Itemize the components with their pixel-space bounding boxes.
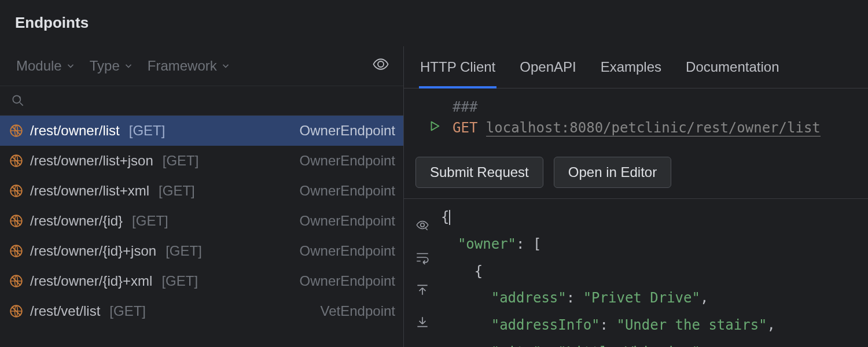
endpoint-row[interactable]: /rest/owner/list+xml [GET] OwnerEndpoint (0, 176, 403, 206)
http-method: GET (453, 120, 477, 136)
endpoint-path: /rest/owner/list+xml (30, 183, 149, 199)
endpoint-icon (8, 123, 24, 139)
endpoint-method: [GET] (159, 183, 195, 199)
endpoint-path: /rest/vet/list (30, 303, 100, 319)
endpoint-class: OwnerEndpoint (300, 213, 395, 229)
play-icon (428, 120, 441, 132)
chevron-down-icon (65, 61, 76, 71)
endpoint-path: /rest/owner/{id} (30, 213, 123, 229)
details-panel: HTTP ClientOpenAPIExamplesDocumentation … (404, 46, 868, 347)
filter-bar: Module Type Framework (0, 46, 403, 86)
submit-request-button[interactable]: Submit Request (415, 157, 543, 188)
endpoint-row[interactable]: /rest/owner/list+json [GET] OwnerEndpoin… (0, 146, 403, 176)
endpoint-list[interactable]: /rest/owner/list [GET] OwnerEndpoint /re… (0, 116, 403, 347)
endpoint-path: /rest/owner/list (30, 123, 120, 139)
endpoint-icon (8, 273, 24, 289)
search-icon (10, 93, 25, 108)
endpoint-class: VetEndpoint (321, 303, 395, 319)
endpoint-row[interactable]: /rest/vet/list [GET] VetEndpoint (0, 296, 403, 326)
endpoint-method: [GET] (129, 123, 165, 139)
endpoint-method: [GET] (109, 303, 146, 319)
http-url[interactable]: localhost:8080/petclinic/rest/owner/list (486, 120, 821, 136)
preview-toggle[interactable] (415, 217, 430, 236)
endpoint-icon (8, 183, 24, 199)
endpoint-icon (8, 213, 24, 229)
tab-openapi[interactable]: OpenAPI (518, 46, 577, 88)
panel-title: Endpoints (0, 0, 868, 46)
http-request-block: ### GET localhost:8080/petclinic/rest/ow… (404, 88, 868, 146)
tab-examples[interactable]: Examples (599, 46, 663, 88)
endpoint-icon (8, 153, 24, 169)
wrap-icon (415, 250, 430, 265)
action-bar: Submit Request Open in Editor (404, 146, 868, 198)
filter-type-label: Type (90, 58, 120, 74)
scroll-to-bottom[interactable] (415, 315, 430, 333)
endpoint-method: [GET] (163, 153, 199, 169)
search-bar[interactable] (0, 86, 403, 116)
svg-line-1 (20, 102, 23, 105)
tab-http-client[interactable]: HTTP Client (419, 46, 496, 88)
run-request-button[interactable] (428, 120, 441, 136)
arrow-up-bar-icon (415, 282, 430, 297)
visibility-toggle[interactable] (370, 53, 392, 79)
endpoints-panel: Module Type Framework (0, 46, 404, 347)
chevron-down-icon (123, 61, 134, 71)
response-area: { "owner": [ { "address": "Privet Drive"… (404, 198, 868, 347)
endpoint-row[interactable]: /rest/owner/{id}+xml [GET] OwnerEndpoint (0, 266, 403, 296)
endpoint-class: OwnerEndpoint (300, 273, 395, 289)
endpoint-path: /rest/owner/list+json (30, 153, 153, 169)
endpoint-row[interactable]: /rest/owner/{id} [GET] OwnerEndpoint (0, 206, 403, 236)
endpoint-path: /rest/owner/{id}+json (30, 243, 156, 259)
scroll-to-top[interactable] (415, 282, 430, 301)
request-separator: ### (453, 99, 477, 115)
response-body[interactable]: { "owner": [ { "address": "Privet Drive"… (441, 199, 868, 347)
endpoint-method: [GET] (132, 213, 168, 229)
chevron-down-icon (220, 61, 231, 71)
filter-framework[interactable]: Framework (143, 56, 236, 76)
soft-wrap-toggle[interactable] (415, 250, 430, 268)
endpoint-method: [GET] (165, 243, 202, 259)
filter-module[interactable]: Module (12, 56, 80, 76)
endpoint-method: [GET] (161, 273, 198, 289)
endpoint-row[interactable]: /rest/owner/{id}+json [GET] OwnerEndpoin… (0, 236, 403, 266)
endpoint-class: OwnerEndpoint (300, 123, 395, 139)
filter-type[interactable]: Type (85, 56, 138, 76)
endpoint-class: OwnerEndpoint (300, 153, 395, 169)
eye-icon (415, 217, 430, 232)
endpoint-icon (8, 303, 24, 319)
filter-framework-label: Framework (148, 58, 217, 74)
endpoint-row[interactable]: /rest/owner/list [GET] OwnerEndpoint (0, 116, 403, 146)
endpoint-icon (8, 243, 24, 259)
filter-module-label: Module (16, 58, 62, 74)
details-tabs: HTTP ClientOpenAPIExamplesDocumentation (404, 46, 868, 88)
open-in-editor-button[interactable]: Open in Editor (554, 157, 671, 188)
endpoint-class: OwnerEndpoint (300, 243, 395, 259)
arrow-down-bar-icon (415, 315, 430, 330)
tab-documentation[interactable]: Documentation (685, 46, 780, 88)
response-gutter (404, 199, 441, 347)
eye-icon (372, 56, 389, 73)
endpoint-path: /rest/owner/{id}+xml (30, 273, 152, 289)
endpoint-class: OwnerEndpoint (300, 183, 395, 199)
